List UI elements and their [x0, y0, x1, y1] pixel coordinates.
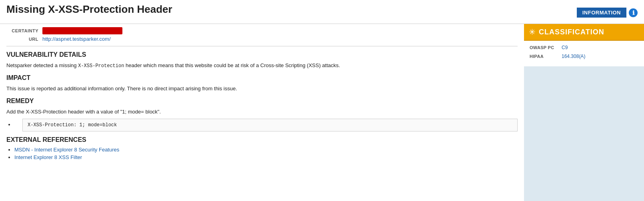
refs-list: MSDN - Internet Explorer 8 Security Feat…: [14, 147, 518, 160]
owasp-row: OWASP PC C9: [530, 45, 638, 50]
ref-link-1[interactable]: MSDN - Internet Explorer 8 Security Feat…: [14, 147, 119, 153]
classification-body: OWASP PC C9 HIPAA 164.308(A): [524, 41, 644, 66]
impact-title: IMPACT: [6, 74, 518, 82]
owasp-link[interactable]: C9: [562, 45, 568, 50]
remedy-title: REMEDY: [6, 98, 518, 105]
vuln-code: X-XSS-Protection: [78, 63, 124, 69]
vulnerability-text: Netsparker detected a missing X-XSS-Prot…: [6, 62, 518, 70]
header-row: Missing X-XSS-Protection Header INFORMAT…: [0, 0, 644, 24]
hipaa-link[interactable]: 164.308(A): [562, 54, 585, 59]
vuln-text-suffix: header which means that this website cou…: [124, 62, 340, 68]
certainty-label: CERTAINTY: [6, 28, 38, 33]
classification-header: ✳ CLASSIFICATION: [524, 24, 644, 41]
external-refs-title: EXTERNAL REFERENCES: [6, 136, 518, 143]
url-label: URL: [6, 37, 38, 42]
list-item: Internet Explorer 8 XSS Filter: [14, 154, 518, 160]
url-row: URL http://aspnet.testsparker.com/: [6, 36, 518, 42]
vulnerability-title: VULNERABILITY DETAILS: [6, 51, 518, 58]
ref-link-2[interactable]: Internet Explorer 8 XSS Filter: [14, 154, 82, 160]
impact-text: This issue is reported as additional inf…: [6, 85, 518, 93]
owasp-label: OWASP PC: [530, 45, 562, 50]
info-icon[interactable]: ℹ: [629, 8, 638, 17]
hipaa-label: HIPAA: [530, 54, 562, 59]
hipaa-row: HIPAA 164.308(A): [530, 54, 638, 59]
certainty-bar: [42, 27, 122, 34]
remedy-code-block: X-XSS-Protection: 1; mode=block: [22, 119, 518, 131]
info-button-group: INFORMATION ℹ: [577, 8, 638, 18]
information-button[interactable]: INFORMATION: [577, 8, 626, 18]
remedy-text: Add the X-XSS-Protection header with a v…: [6, 108, 518, 116]
page-title: Missing X-XSS-Protection Header: [6, 3, 172, 18]
certainty-row: CERTAINTY: [6, 27, 518, 34]
right-panel: ✳ CLASSIFICATION OWASP PC C9 HIPAA 164.3…: [524, 24, 644, 201]
star-icon: ✳: [529, 27, 536, 37]
list-item: MSDN - Internet Explorer 8 Security Feat…: [14, 147, 518, 153]
url-link[interactable]: http://aspnet.testsparker.com/: [42, 36, 111, 42]
remedy-code-item: X-XSS-Protection: 1; mode=block: [14, 119, 518, 131]
vuln-text-prefix: Netsparker detected a missing: [6, 62, 78, 68]
classification-title: CLASSIFICATION: [539, 28, 604, 36]
divider-1: [6, 46, 518, 46]
left-panel: CERTAINTY URL http://aspnet.testsparker.…: [0, 24, 524, 201]
body-row: CERTAINTY URL http://aspnet.testsparker.…: [0, 24, 644, 201]
page-wrapper: Missing X-XSS-Protection Header INFORMAT…: [0, 0, 644, 201]
